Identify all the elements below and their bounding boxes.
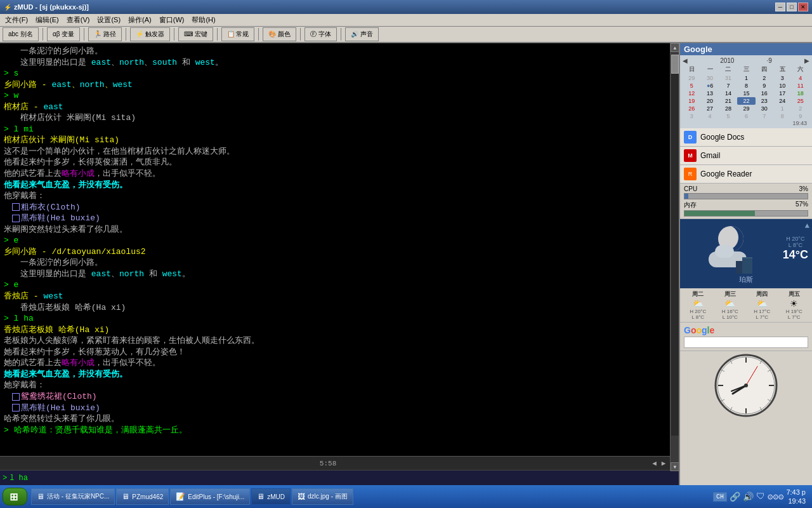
cal-day[interactable]: 23 bbox=[756, 97, 773, 105]
scroll-left-btn[interactable]: ◀ bbox=[652, 459, 657, 467]
cal-day[interactable]: 20 bbox=[700, 97, 719, 105]
cal-day[interactable]: 29 bbox=[683, 74, 700, 82]
cal-day-header: 三 bbox=[737, 65, 755, 74]
forecast-day-3: 周四 ⛅ H 17°C L 7°C bbox=[747, 290, 778, 320]
cal-prev-button[interactable]: ◀ bbox=[683, 57, 688, 64]
gmail-link[interactable]: M Gmail bbox=[680, 147, 812, 165]
cal-day[interactable]: 7 bbox=[719, 82, 737, 90]
scrollbar[interactable]: ▲ ▼ bbox=[670, 43, 679, 471]
menu-file[interactable]: 文件(F) bbox=[1, 15, 32, 25]
cal-day[interactable]: 5 bbox=[719, 112, 737, 120]
sound-button[interactable]: 🔊 声音 bbox=[345, 27, 379, 41]
cal-day[interactable]: 19 bbox=[683, 97, 700, 105]
menu-view[interactable]: 查看(V) bbox=[63, 15, 94, 25]
reader-link[interactable]: R Google Reader bbox=[680, 165, 812, 184]
taskbar-tasks: 🖥 活动 - 征集玩家NPC... 🖥 PZmud462 📝 EditPlus … bbox=[31, 488, 709, 505]
forecast-grid: 周二 ⛅ H 20°C L 8°C 周三 ⛅ H 16°C L 10°C 周四 … bbox=[683, 290, 809, 320]
start-button[interactable]: ⊞ bbox=[3, 488, 27, 505]
scroll-right-btn[interactable]: ▶ bbox=[662, 459, 666, 467]
cal-day[interactable]: 31 bbox=[719, 74, 737, 82]
task-activity[interactable]: 🖥 活动 - 征集玩家NPC... bbox=[31, 488, 115, 505]
mud-output[interactable]: 一条泥泞的乡间小路。 这里明显的出口是 east、north、south 和 w… bbox=[0, 43, 679, 456]
item-checkbox bbox=[12, 404, 20, 411]
weather-section: ▲ H 20°C L 8°C 14°C 珀斯 bbox=[680, 219, 812, 288]
cal-day[interactable]: 8 bbox=[737, 82, 755, 90]
cal-today[interactable]: 22 bbox=[737, 97, 755, 105]
mud-line: 鸳鸯绣花裙(Cloth) bbox=[4, 391, 675, 403]
cal-day[interactable]: 21 bbox=[719, 97, 737, 105]
main-layout: 一条泥泞的乡间小路。 这里明显的出口是 east、north、south 和 w… bbox=[0, 43, 812, 485]
google-search-input[interactable] bbox=[684, 337, 808, 348]
triggers-button[interactable]: ⚡ 触发器 bbox=[130, 27, 170, 41]
cal-day[interactable]: 29 bbox=[737, 105, 755, 112]
task-pzmud[interactable]: 🖥 PZmud462 bbox=[116, 488, 169, 505]
cal-day[interactable]: 16 bbox=[756, 90, 773, 97]
cal-day[interactable]: 11 bbox=[792, 82, 809, 90]
weather-main: H 20°C L 8°C 14°C bbox=[684, 223, 808, 274]
menu-window[interactable]: 窗口(W) bbox=[155, 15, 188, 25]
task-dzlc[interactable]: 🖼 dzlc.jpg - 画图 bbox=[292, 488, 353, 505]
menu-help[interactable]: 帮助(H) bbox=[188, 15, 219, 25]
cal-day[interactable]: 10 bbox=[773, 82, 791, 90]
google-docs-link[interactable]: D Google Docs bbox=[680, 128, 812, 147]
general-button[interactable]: 📋 常规 bbox=[221, 27, 255, 41]
task-editplus[interactable]: 📝 EditPlus - [F:\shuji... bbox=[170, 488, 250, 505]
cal-day[interactable]: 30 bbox=[700, 74, 719, 82]
cal-day[interactable]: 28 bbox=[719, 105, 737, 112]
menu-settings[interactable]: 设置(S) bbox=[93, 15, 124, 25]
cal-day[interactable]: 18 bbox=[792, 90, 809, 97]
cal-day[interactable]: 4 bbox=[792, 74, 809, 82]
close-button[interactable]: ✕ bbox=[798, 3, 808, 11]
cal-day[interactable]: 7 bbox=[756, 112, 773, 120]
building-icon bbox=[742, 257, 752, 274]
aliases-button[interactable]: abc 别名 bbox=[3, 27, 39, 41]
cal-next-button[interactable]: ▶ bbox=[804, 57, 809, 64]
start-logo: ⊞ bbox=[10, 491, 18, 503]
cal-day[interactable]: 3 bbox=[683, 112, 700, 120]
menu-actions[interactable]: 操作(A) bbox=[124, 15, 155, 25]
menu-edit[interactable]: 编辑(E) bbox=[32, 15, 63, 25]
cal-day[interactable]: 8 bbox=[773, 112, 791, 120]
cal-day[interactable]: 30 bbox=[756, 105, 773, 112]
cal-day[interactable]: 9 bbox=[756, 82, 773, 90]
variables-button[interactable]: αβ 变量 bbox=[47, 27, 80, 41]
cal-day[interactable]: ●6 bbox=[700, 82, 719, 90]
forecast-icon: ⛅ bbox=[683, 298, 714, 309]
mud-line: 这里明显的出口是 east、north 和 west。 bbox=[4, 269, 675, 280]
cal-day[interactable]: 5 bbox=[683, 82, 700, 90]
mud-line: 她的武艺看上去略有小成，出手似乎不轻。 bbox=[4, 358, 675, 369]
language-button[interactable]: CH bbox=[713, 492, 727, 502]
cal-day[interactable]: 27 bbox=[700, 105, 719, 112]
cal-day[interactable]: 1 bbox=[737, 74, 755, 82]
cal-day[interactable]: 14 bbox=[719, 90, 737, 97]
cal-day[interactable]: 3 bbox=[773, 74, 791, 82]
font-button[interactable]: Ⓕ 字体 bbox=[304, 27, 337, 41]
colors-button[interactable]: 🎨 颜色 bbox=[263, 27, 296, 41]
cal-day[interactable]: 2 bbox=[792, 105, 809, 112]
cal-day[interactable]: 2 bbox=[756, 74, 773, 82]
macros-button[interactable]: ⌨ 宏键 bbox=[178, 27, 213, 41]
scroll-thumb[interactable] bbox=[671, 55, 679, 74]
cal-day[interactable]: 25 bbox=[792, 97, 809, 105]
cal-day[interactable]: 17 bbox=[773, 90, 791, 97]
cal-day[interactable]: 1 bbox=[773, 105, 791, 112]
volume-icon[interactable]: 🔊 bbox=[743, 491, 754, 502]
cal-day[interactable]: 13 bbox=[700, 90, 719, 97]
weather-expand-button[interactable]: ▲ bbox=[805, 222, 809, 231]
cal-day[interactable]: 9 bbox=[792, 112, 809, 120]
task-zmud[interactable]: 🖥 zMUD bbox=[251, 488, 291, 505]
cal-day[interactable]: 12 bbox=[683, 90, 700, 97]
maximize-button[interactable]: □ bbox=[787, 3, 797, 11]
path-button[interactable]: 🏃 路径 bbox=[88, 27, 122, 41]
scroll-down-button[interactable]: ▼ bbox=[671, 462, 679, 471]
cal-day[interactable]: 6 bbox=[737, 112, 755, 120]
scroll-up-button[interactable]: ▲ bbox=[671, 43, 679, 52]
cpu-bar-fill bbox=[684, 194, 688, 199]
cal-day[interactable]: 24 bbox=[773, 97, 791, 105]
gmail-label: Gmail bbox=[700, 151, 720, 160]
cal-day[interactable]: 26 bbox=[683, 105, 700, 112]
cal-day[interactable]: 4 bbox=[700, 112, 719, 120]
minimize-button[interactable]: ─ bbox=[775, 3, 785, 11]
mud-input-field[interactable] bbox=[10, 474, 679, 483]
cal-day[interactable]: 15 bbox=[737, 90, 755, 97]
